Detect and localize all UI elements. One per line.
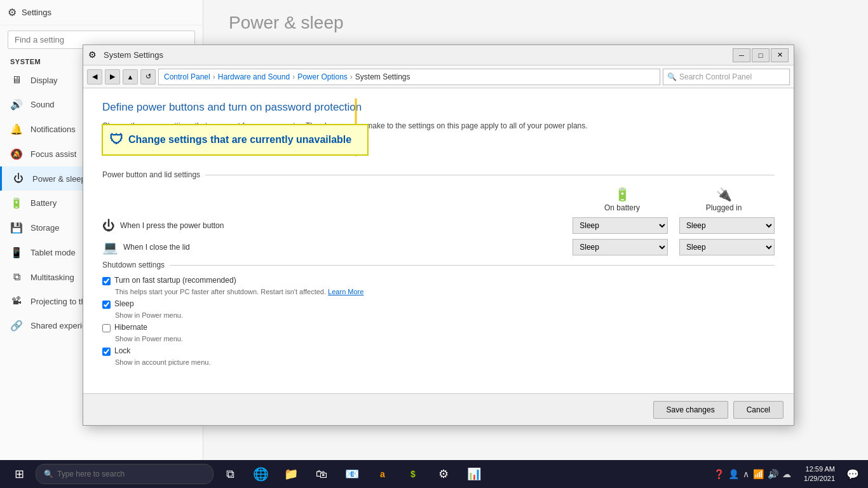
taskbar-onedrive-icon[interactable]: ☁: [782, 469, 791, 479]
power-row-power-button: ⏻ When I press the power button Sleep Do…: [102, 217, 775, 234]
dialog-minimize-button[interactable]: ─: [733, 48, 750, 62]
cancel-button[interactable]: Cancel: [733, 401, 783, 419]
system-settings-dialog: ⚙ System Settings ─ □ ✕ ◀ ▶ ▲ ↺ Control …: [83, 44, 794, 426]
taskbar-mail[interactable]: 📧: [338, 460, 366, 488]
path-power-options[interactable]: Power Options: [297, 72, 348, 81]
fast-startup-checkbox[interactable]: [102, 277, 111, 285]
start-button[interactable]: ⊞: [5, 460, 33, 488]
taskbar-help-icon[interactable]: ❓: [714, 469, 724, 479]
settings-window-title: Settings: [22, 8, 51, 17]
taskbar-task-view[interactable]: ⧉: [216, 460, 244, 488]
save-changes-button[interactable]: Save changes: [653, 401, 728, 419]
taskbar-settings[interactable]: ⚙: [430, 460, 458, 488]
taskbar-network-icon[interactable]: 📶: [753, 469, 764, 479]
col-battery-header: 🔋 On battery: [571, 187, 673, 212]
plugged-in-label: Plugged in: [706, 203, 742, 212]
page-title: Power & sleep: [229, 13, 843, 33]
hibernate-sub: Show in Power menu.: [115, 335, 775, 342]
power-icon: ⏻: [12, 173, 25, 184]
taskbar-chevron-icon[interactable]: ∧: [743, 469, 749, 479]
hibernate-label[interactable]: Hibernate: [102, 323, 775, 332]
lid-row-label: 💻 When I close the lid: [102, 240, 573, 255]
hibernate-row: Hibernate: [102, 323, 775, 332]
forward-button[interactable]: ▶: [105, 69, 120, 85]
dialog-footer: Save changes Cancel: [83, 393, 794, 425]
notification-button[interactable]: 💬: [843, 468, 863, 480]
taskbar-amazon[interactable]: a: [369, 460, 397, 488]
battery-header-icon: 🔋: [614, 187, 630, 202]
highlight-tooltip-box: 🛡 Change settings that are currently una…: [102, 124, 369, 156]
sidebar-item-battery-label: Battery: [31, 198, 57, 208]
settings-titlebar: ⚙ Settings: [0, 0, 203, 25]
taskbar-ms-store[interactable]: 🛍: [308, 460, 336, 488]
shared-icon: 🔗: [10, 320, 23, 332]
fast-startup-label[interactable]: Turn on fast startup (recommended): [102, 276, 775, 285]
taskbar-system-icons: ❓ 👤 ∧ 📶 🔊 ☁: [709, 469, 796, 479]
taskbar-edge[interactable]: 🌐: [247, 460, 275, 488]
col-plugged-header: 🔌 Plugged in: [673, 187, 775, 212]
sleep-checkbox[interactable]: [102, 301, 111, 309]
taskbar-person-icon[interactable]: 👤: [728, 469, 739, 479]
tablet-icon: 📱: [10, 247, 23, 259]
lock-label[interactable]: Lock: [102, 346, 775, 356]
taskbar-search-input[interactable]: [57, 470, 205, 478]
settings-window-icon: ⚙: [8, 6, 17, 18]
sidebar-item-power-label: Power & sleep: [32, 174, 86, 184]
sleep-sub: Show in Power menu.: [115, 311, 775, 319]
power-button-icon: ⏻: [102, 219, 115, 233]
taskbar-outlook[interactable]: 📊: [460, 460, 488, 488]
dialog-controls: ─ □ ✕: [733, 48, 789, 62]
highlight-text: Change settings that are currently unava…: [128, 134, 351, 146]
path-system-settings: System Settings: [355, 72, 410, 81]
highlight-shield-icon: 🛡: [109, 132, 123, 148]
sidebar-item-multitask-label: Multitasking: [31, 273, 74, 282]
dialog-close-button[interactable]: ✕: [771, 48, 789, 62]
control-panel-search[interactable]: 🔍 Search Control Panel: [663, 69, 790, 85]
plug-header-icon: 🔌: [716, 187, 732, 202]
taskbar-file-explorer[interactable]: 📁: [277, 460, 305, 488]
power-button-plugged-select[interactable]: Sleep Do nothing Shut down Hibernate Tur…: [679, 217, 775, 234]
sidebar-item-tablet-label: Tablet mode: [31, 248, 76, 257]
taskbar-search-icon: 🔍: [44, 470, 53, 478]
power-button-section-header: Power button and lid settings: [102, 170, 775, 179]
battery-icon: 🔋: [10, 197, 23, 209]
sound-icon: 🔊: [10, 98, 23, 111]
display-icon: 🖥: [10, 74, 23, 86]
lock-checkbox[interactable]: [102, 348, 111, 356]
sidebar-item-sound-label: Sound: [31, 100, 55, 109]
sidebar-item-notifications-label: Notifications: [31, 125, 76, 134]
power-button-row-text: When I press the power button: [120, 221, 224, 230]
lid-icon: 💻: [102, 240, 118, 255]
lid-battery-select[interactable]: Sleep Do nothing Shut down Hibernate: [573, 239, 668, 255]
back-button[interactable]: ◀: [87, 69, 102, 85]
sleep-label[interactable]: Sleep: [102, 299, 775, 309]
up-button[interactable]: ▲: [123, 69, 138, 85]
dialog-addressbar: ◀ ▶ ▲ ↺ Control Panel › Hardware and Sou…: [83, 65, 794, 88]
content-heading: Define power buttons and turn on passwor…: [102, 101, 775, 114]
power-table-header: 🔋 On battery 🔌 Plugged in: [102, 187, 775, 212]
lid-plugged-select[interactable]: Sleep Do nothing Shut down Hibernate: [679, 239, 775, 255]
col-action-header: [102, 187, 571, 212]
clock-time: 12:59 AM: [804, 464, 835, 474]
lock-row: Lock: [102, 346, 775, 356]
path-hardware-sound[interactable]: Hardware and Sound: [218, 72, 290, 81]
project-icon: 📽: [10, 295, 23, 307]
notifications-icon: 🔔: [10, 123, 23, 135]
learn-more-link[interactable]: Learn More: [328, 288, 363, 295]
taskbar-speaker-icon[interactable]: 🔊: [768, 469, 778, 479]
dialog-titlebar: ⚙ System Settings ─ □ ✕: [83, 45, 794, 65]
path-control-panel[interactable]: Control Panel: [164, 72, 210, 81]
taskbar-search[interactable]: 🔍: [36, 464, 214, 484]
power-button-battery-select[interactable]: Sleep Do nothing Shut down Hibernate Tur…: [573, 217, 668, 234]
on-battery-label: On battery: [604, 203, 640, 212]
sleep-row: Sleep: [102, 299, 775, 309]
fast-startup-row: Turn on fast startup (recommended): [102, 276, 775, 285]
fast-startup-sub: This helps start your PC faster after sh…: [115, 288, 775, 295]
dialog-maximize-button[interactable]: □: [752, 48, 770, 62]
hibernate-checkbox[interactable]: [102, 324, 111, 332]
lock-sub: Show in account picture menu.: [115, 358, 775, 366]
focus-icon: 🔕: [10, 148, 23, 160]
taskbar-clock[interactable]: 12:59 AM 1/29/2021: [799, 464, 840, 484]
taskbar-app1[interactable]: $: [399, 460, 427, 488]
refresh-button[interactable]: ↺: [140, 69, 156, 85]
